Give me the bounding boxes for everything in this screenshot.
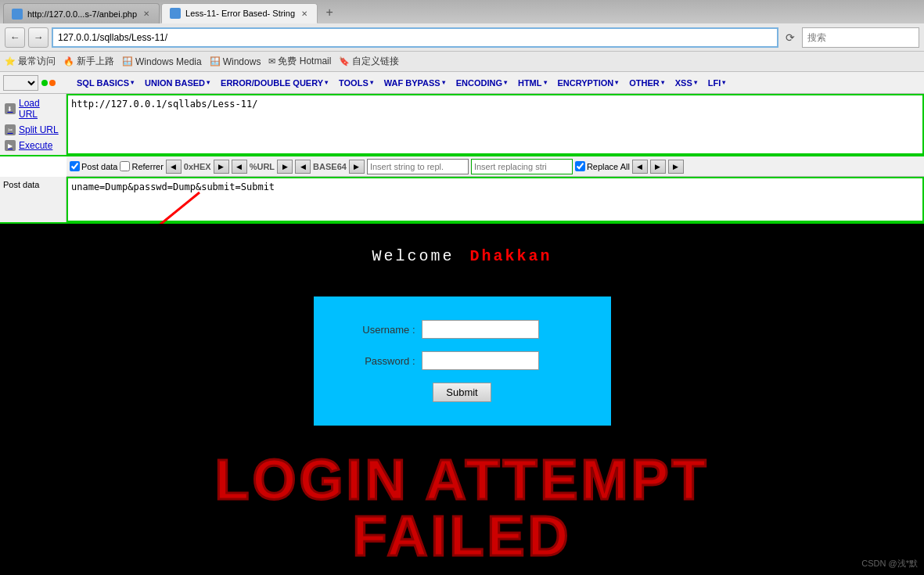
bookmark-label-0: 最常访问 <box>18 55 56 68</box>
chevron-down-icon: ▾ <box>615 79 618 86</box>
split-url-button[interactable]: ✂ Split URL <box>2 122 64 138</box>
bookmark-zuichang[interactable]: ⭐ 最常访问 <box>5 55 56 68</box>
side-menu: ⬇ Load URL ✂ Split URL ▶ Execute <box>0 94 67 155</box>
browser-window: http://127.0.0...s-7/anbei.php ✕ Less-11… <box>0 0 924 575</box>
menu-encryption[interactable]: ENCRYPTION▾ <box>554 77 623 89</box>
menu-error-double[interactable]: ERROR/DOUBLE QUERY▾ <box>217 77 332 89</box>
chevron-down-icon: ▾ <box>694 79 697 86</box>
bookmark-windows[interactable]: 🪟 Windows <box>210 56 261 67</box>
replace-all-checkbox[interactable] <box>575 161 585 171</box>
menu-union-based[interactable]: UNION BASED▾ <box>141 77 214 89</box>
base64-right-arrow[interactable]: ▶ <box>349 160 365 174</box>
username-label: Username : <box>345 324 415 336</box>
chevron-down-icon: ▾ <box>325 79 328 86</box>
submit-button[interactable]: Submit <box>433 383 491 402</box>
new-tab-button[interactable]: + <box>319 3 340 23</box>
bookmark-icon: 🔖 <box>339 56 350 66</box>
menu-tools[interactable]: TOOLS▾ <box>335 77 377 89</box>
bookmark-hotmail[interactable]: ✉ 免费 Hotmail <box>268 55 331 68</box>
login-box: Username : Password : Submit <box>314 296 611 426</box>
bookmark-xinshou[interactable]: 🔥 新手上路 <box>63 55 114 68</box>
execute-button[interactable]: ▶ Execute <box>2 138 64 153</box>
menu-lfi[interactable]: LFI▾ <box>704 77 730 89</box>
login-failed-container: LOGIN ATTEMPT FAILED <box>215 451 710 564</box>
split-icon: ✂ <box>5 124 16 135</box>
extra-arrow[interactable]: ▶ <box>668 160 684 174</box>
username-row: Username : <box>345 320 580 339</box>
insert-string-input[interactable] <box>367 159 469 174</box>
chevron-down-icon: ▾ <box>722 79 725 86</box>
post-data-checkbox[interactable] <box>70 161 80 171</box>
bookmark-windows-media[interactable]: 🪟 Windows Media <box>122 56 202 67</box>
tab-label-1: http://127.0.0...s-7/anbei.php <box>27 9 137 19</box>
bookmarks-bar: ⭐ 最常访问 🔥 新手上路 🪟 Windows Media 🪟 Windows … <box>0 52 924 72</box>
replace-left-arrow[interactable]: ◀ <box>632 160 648 174</box>
url-section: ⬇ Load URL ✂ Split URL ▶ Execute http://… <box>0 94 924 156</box>
email-icon: ✉ <box>268 56 275 66</box>
tab-close-2[interactable]: ✕ <box>300 9 309 18</box>
replace-all-checkbox-label[interactable]: Replace All <box>575 161 630 171</box>
hex-label: 0xHEX <box>184 162 211 171</box>
replace-toolbar: Post data Referrer ◀ 0xHEX ▶ ◀ %URL ▶ ◀ … <box>67 156 924 177</box>
status-dots <box>41 80 56 86</box>
fire-icon: 🔥 <box>63 56 74 66</box>
replace-right-arrow[interactable]: ▶ <box>650 160 666 174</box>
bookmark-label-2: Windows Media <box>135 56 202 67</box>
base64-label: BASE64 <box>313 162 347 171</box>
chevron-down-icon: ▾ <box>504 79 507 86</box>
windows-media-icon: 🪟 <box>122 56 133 66</box>
base64-left-arrow[interactable]: ◀ <box>295 160 311 174</box>
hex-right-arrow[interactable]: ▶ <box>214 160 229 174</box>
menu-waf-bypass[interactable]: WAF BYPASS▾ <box>380 77 449 89</box>
chevron-down-icon: ▾ <box>207 79 210 86</box>
bookmark-custom[interactable]: 🔖 自定义链接 <box>339 55 399 68</box>
insert-replacing-input[interactable] <box>471 159 573 174</box>
login-failed-line1: LOGIN ATTEMPT <box>215 451 710 508</box>
int-select[interactable]: INT <box>3 75 38 91</box>
post-data-checkbox-text: Post data <box>81 162 117 171</box>
post-data-checkbox-label[interactable]: Post data <box>70 161 117 171</box>
tab-bar: http://127.0.0...s-7/anbei.php ✕ Less-11… <box>0 0 924 23</box>
execute-label: Execute <box>19 140 52 151</box>
split-url-label: Split URL <box>19 124 59 135</box>
nav-bar: ← → 127.0.0.1/sqllabs/Less-11/ ⟳ <box>0 23 924 52</box>
post-data-label: Post data <box>0 177 67 222</box>
tab-close-1[interactable]: ✕ <box>142 9 151 18</box>
green-dot <box>41 80 48 86</box>
menu-other[interactable]: OTHER▾ <box>625 77 668 89</box>
forward-button[interactable]: → <box>28 27 49 48</box>
chevron-down-icon: ▾ <box>370 79 373 86</box>
password-label: Password : <box>345 355 415 367</box>
main-toolbar: INT SQL BASICS▾ UNION BASED▾ ERROR/DOUBL… <box>0 72 924 94</box>
referrer-checkbox-text: Referrer <box>131 162 163 171</box>
menu-encoding[interactable]: ENCODING▾ <box>452 77 511 89</box>
bookmark-label-4: 免费 Hotmail <box>278 55 331 68</box>
address-bar[interactable]: 127.0.0.1/sqllabs/Less-11/ <box>52 27 778 48</box>
username-input[interactable] <box>422 320 539 339</box>
chevron-down-icon: ▾ <box>544 79 547 86</box>
tab-less11[interactable]: Less-11- Error Based- String ✕ <box>161 3 318 23</box>
submit-row: Submit <box>345 383 580 402</box>
back-button[interactable]: ← <box>5 27 25 48</box>
search-input[interactable] <box>802 27 919 48</box>
referrer-checkbox-label[interactable]: Referrer <box>120 161 163 171</box>
tab-anbei[interactable]: http://127.0.0...s-7/anbei.php ✕ <box>3 3 160 23</box>
referrer-checkbox[interactable] <box>120 161 130 171</box>
tab-favicon-2 <box>170 8 181 19</box>
url-left-arrow[interactable]: ◀ <box>232 160 247 174</box>
reload-button[interactable]: ⟳ <box>782 27 799 48</box>
hex-left-arrow[interactable]: ◀ <box>166 160 182 174</box>
url-input[interactable]: http://127.0.0.1/sqllabs/Less-11/ <box>67 94 924 155</box>
welcome-name: Dhakkan <box>470 247 552 265</box>
post-data-section: Post data uname=Dump&passwd=Dump&submit=… <box>0 177 924 224</box>
bookmark-label-3: Windows <box>223 56 261 67</box>
menu-html[interactable]: HTML▾ <box>514 77 551 89</box>
password-input[interactable] <box>422 351 539 370</box>
load-url-button[interactable]: ⬇ Load URL <box>2 95 64 122</box>
url-right-arrow[interactable]: ▶ <box>277 160 293 174</box>
post-data-input[interactable]: uname=Dump&passwd=Dump&submit=Submit <box>67 177 924 222</box>
chevron-down-icon: ▾ <box>131 79 134 86</box>
menu-xss[interactable]: XSS▾ <box>671 77 701 89</box>
watermark: CSDN @浅*默 <box>861 558 918 570</box>
menu-sql-basics[interactable]: SQL BASICS▾ <box>73 77 138 89</box>
